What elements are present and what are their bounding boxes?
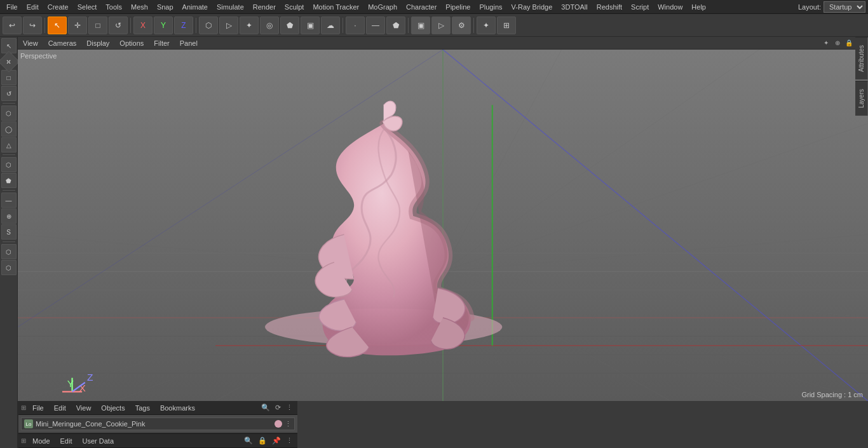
menu-window[interactable]: Window	[654, 2, 686, 12]
far-right-tabs: Attributes Layers	[855, 37, 868, 116]
viewport-expand-icon[interactable]: ✦	[821, 38, 831, 48]
x-axis-button[interactable]: X	[133, 17, 153, 34]
menu-sculpt[interactable]: Sculpt	[281, 2, 308, 12]
menu-script[interactable]: Script	[627, 2, 653, 12]
viewport-filter-menu[interactable]: Filter	[151, 39, 172, 48]
undo-button[interactable]: ↩	[3, 17, 22, 34]
viewport-lock-icon[interactable]: 🔒	[844, 38, 854, 48]
menu-create[interactable]: Create	[44, 2, 72, 12]
left-tool-6[interactable]: ◯	[1, 121, 17, 137]
object-context-icon[interactable]: ⋮	[285, 420, 292, 428]
left-tool-14[interactable]: ⬡	[1, 260, 17, 275]
attributes-tab[interactable]: Attributes	[855, 37, 868, 79]
menu-snap[interactable]: Snap	[153, 2, 177, 12]
viewport-3d[interactable]: Y X Z Perspective Grid Spacing : 1 cm	[18, 50, 868, 401]
menu-edit[interactable]: Edit	[23, 2, 43, 12]
polygon-mode-button[interactable]: ⬟	[386, 17, 405, 34]
viewport-sync-icon[interactable]: ⊕	[832, 38, 843, 48]
left-tool-9[interactable]: ⬟	[1, 173, 17, 188]
rp-refresh-icon[interactable]: ⟳	[273, 404, 283, 412]
left-tool-2[interactable]: ✛	[0, 51, 19, 72]
point-mode-button[interactable]: ·	[346, 17, 365, 34]
left-tool-5[interactable]: ⬡	[1, 105, 17, 121]
attr-mode-menu[interactable]: Mode	[29, 437, 54, 445]
menu-plugins[interactable]: Plugins	[475, 2, 506, 12]
attr-userdata-menu[interactable]: User Data	[79, 437, 118, 445]
menu-mesh[interactable]: Mesh	[127, 2, 152, 12]
rp-file-menu[interactable]: File	[29, 404, 48, 412]
redo-button[interactable]: ↪	[23, 17, 42, 34]
rp-edit-menu[interactable]: Edit	[50, 404, 70, 412]
rp-bookmarks-menu[interactable]: Bookmarks	[156, 404, 199, 412]
edge-mode-button[interactable]: —	[366, 17, 385, 34]
menu-pipeline[interactable]: Pipeline	[442, 2, 474, 12]
rotate-tool-button[interactable]: ↺	[109, 17, 128, 34]
layers-tab[interactable]: Layers	[855, 81, 868, 116]
left-tool-11[interactable]: ⊕	[1, 208, 17, 224]
menu-bar: File Edit Create Select Tools Mesh Snap …	[0, 0, 868, 14]
nurbs-button[interactable]: ⬟	[280, 17, 299, 34]
viewport-perspective-label: Perspective	[20, 52, 57, 60]
toolbar-sep-3	[196, 18, 196, 33]
deformer-button[interactable]: ▣	[301, 17, 320, 34]
render-view-button[interactable]: ▣	[411, 17, 430, 34]
rp-search-icon[interactable]: 🔍	[259, 404, 272, 412]
select-tool-button[interactable]: ↖	[48, 17, 67, 34]
menu-tools[interactable]: Tools	[102, 2, 126, 12]
left-tool-7[interactable]: △	[1, 137, 17, 153]
spline-button[interactable]: ◎	[260, 17, 279, 34]
menu-3dtoall[interactable]: 3DTOAll	[557, 2, 591, 12]
left-tool-13[interactable]: ⬡	[1, 244, 17, 259]
light-button[interactable]: ✦	[240, 17, 259, 34]
viewport-options-menu[interactable]: Options	[117, 39, 146, 48]
right-panel: ⊞ File Edit View Objects Tags Bookmarks …	[18, 401, 297, 448]
left-tool-10[interactable]: —	[1, 193, 17, 208]
menu-help[interactable]: Help	[688, 2, 710, 12]
render-settings-button[interactable]: ⚙	[452, 17, 471, 34]
object-list-item[interactable]: Lo Mini_Meringue_Cone_Cookie_Pink ⋮	[21, 417, 295, 430]
left-tool-8[interactable]: ⬡	[1, 157, 17, 172]
left-toolbar: ↖ ✛ □ ↺ ⬡ ◯ △ ⬡ ⬟ — ⊕ S ⬡ ⬡	[0, 37, 18, 448]
floor-button[interactable]: ☁	[321, 17, 340, 34]
scale-tool-button[interactable]: □	[88, 17, 107, 34]
menu-vray[interactable]: V-Ray Bridge	[508, 2, 557, 12]
rp-tags-menu[interactable]: Tags	[132, 404, 154, 412]
viewport-display-menu[interactable]: Display	[84, 39, 112, 48]
y-axis-button[interactable]: Y	[154, 17, 173, 34]
rp-more-icon[interactable]: ⋮	[284, 404, 295, 412]
left-sep-4	[3, 241, 15, 242]
new-cube-button[interactable]: ⬡	[199, 17, 218, 34]
grid-button[interactable]: ⊞	[497, 17, 516, 34]
layout-dropdown[interactable]: Startup	[824, 1, 865, 13]
left-tool-12[interactable]: S	[1, 224, 17, 240]
left-sep-1	[3, 103, 15, 104]
z-axis-button[interactable]: Z	[174, 17, 193, 34]
attr-search-icon[interactable]: 🔍	[242, 437, 255, 445]
rp-view-menu[interactable]: View	[72, 404, 95, 412]
rp-objects-menu[interactable]: Objects	[97, 404, 128, 412]
viewport-svg: Y X Z	[18, 50, 868, 401]
viewport-panel-menu[interactable]: Panel	[177, 39, 200, 48]
move-tool-button[interactable]: ✛	[68, 17, 87, 34]
viewport-cameras-menu[interactable]: Cameras	[46, 39, 79, 48]
render-button[interactable]: ▷	[431, 17, 451, 34]
menu-motion-tracker[interactable]: Motion Tracker	[309, 2, 363, 12]
attr-lock-icon[interactable]: 🔒	[256, 437, 269, 445]
menu-character[interactable]: Character	[402, 2, 440, 12]
attr-edit-menu[interactable]: Edit	[57, 437, 76, 445]
viewport-view-menu[interactable]: View	[20, 39, 41, 48]
toolbar-sep-6	[473, 18, 474, 33]
menu-file[interactable]: File	[3, 2, 22, 12]
menu-render[interactable]: Render	[249, 2, 280, 12]
menu-simulate[interactable]: Simulate	[213, 2, 248, 12]
camera-button[interactable]: ▷	[219, 17, 238, 34]
attr-more-icon[interactable]: ⋮	[284, 437, 295, 445]
snap-button[interactable]: ✦	[477, 17, 496, 34]
attr-pin-icon[interactable]: 📌	[270, 437, 283, 445]
menu-redshift[interactable]: Redshift	[593, 2, 626, 12]
rp-icon: ⊞	[21, 404, 26, 411]
menu-select[interactable]: Select	[74, 2, 101, 12]
menu-animate[interactable]: Animate	[179, 2, 212, 12]
left-tool-4[interactable]: ↺	[1, 86, 17, 101]
menu-mograph[interactable]: MoGraph	[364, 2, 401, 12]
